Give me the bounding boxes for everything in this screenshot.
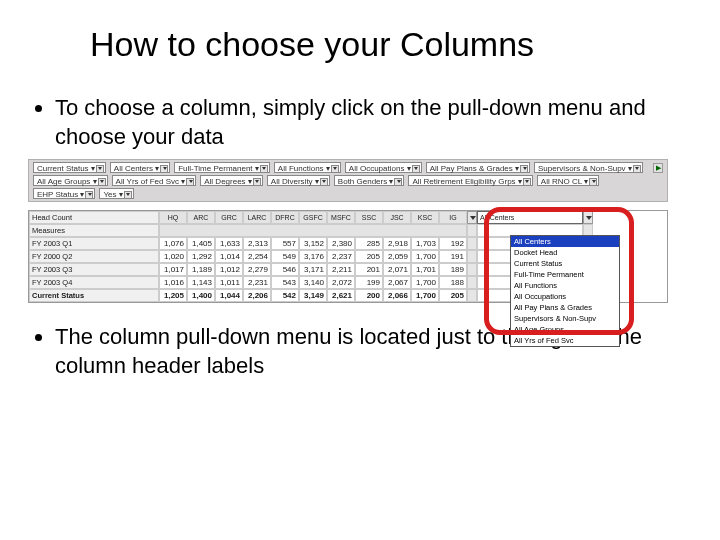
filter-drop[interactable]: All Yrs of Fed Svc ▾ [112,175,197,186]
spacer [467,289,477,302]
cell: 2,206 [243,289,271,302]
spacer [467,237,477,250]
menu-item[interactable]: Full-Time Permanent [511,269,619,280]
filter-drop[interactable]: Current Status ▾ [33,162,106,173]
cell: 543 [271,276,299,289]
cell: 1,012 [215,263,243,276]
menu-item[interactable]: All Pay Plans & Grades [511,302,619,313]
col-header: GRC [215,211,243,224]
filter-drop[interactable]: All RNO CL ▾ [537,175,599,186]
col-header: ARC [187,211,215,224]
cell: 188 [439,276,467,289]
menu-item-selected[interactable]: All Centers [511,236,619,247]
cell: 200 [355,289,383,302]
cell: 1,292 [187,250,215,263]
cell: 3,152 [299,237,327,250]
menu-item[interactable]: All Functions [511,280,619,291]
page-title: How to choose your Columns [90,25,690,64]
filter-drop[interactable]: All Functions ▾ [274,162,341,173]
menu-item[interactable]: All Yrs of Fed Svc [511,335,619,346]
menu-item[interactable]: All Occupations [511,291,619,302]
filter-drop[interactable]: Full-Time Permanent ▾ [174,162,270,173]
menu-item[interactable]: Current Status [511,258,619,269]
column-pulldown-open[interactable]: All Centers Docket Head Current Status F… [510,235,620,347]
cell: 1,701 [411,263,439,276]
filter-drop[interactable]: EHP Status ▾ [33,188,95,199]
cell: 1,700 [411,276,439,289]
filter-drop[interactable]: Supervisors & Non-Supv ▾ [534,162,643,173]
menu-item[interactable]: Supervisors & Non-Supv [511,313,619,324]
cell: 2,313 [243,237,271,250]
row-label-total: Current Status [29,289,159,302]
cell: 542 [271,289,299,302]
col-header: LARC [243,211,271,224]
column-pulldown-arrow[interactable] [583,211,593,224]
cell: 205 [355,250,383,263]
filter-drop[interactable]: All Degrees ▾ [200,175,263,186]
cell: 1,633 [215,237,243,250]
filter-drop[interactable]: Yes ▾ [99,188,133,199]
col-header: SSC [355,211,383,224]
spacer [467,250,477,263]
cell: 1,700 [411,250,439,263]
menu-item[interactable]: Docket Head [511,247,619,258]
cell: 2,918 [383,237,411,250]
cell: 2,380 [327,237,355,250]
filter-drop[interactable]: All Occupations ▾ [345,162,422,173]
col-header: IG [439,211,467,224]
cell: 2,279 [243,263,271,276]
row-selector[interactable]: Measures [29,224,159,237]
screenshot-embed: Current Status ▾ All Centers ▾ Full-Time… [28,159,668,303]
filter-drop[interactable]: All Diversity ▾ [267,175,330,186]
filter-drop[interactable]: All Retirement Eligibility Grps ▾ [408,175,532,186]
cell: 2,254 [243,250,271,263]
cell: 1,400 [187,289,215,302]
apply-icon[interactable]: ▶ [653,163,663,173]
row-label: FY 2000 Q2 [29,250,159,263]
filter-drop[interactable]: All Pay Plans & Grades ▾ [426,162,530,173]
filter-drop[interactable]: All Centers ▾ [110,162,170,173]
column-pulldown[interactable]: All Centers [477,211,583,224]
cell: 2,211 [327,263,355,276]
measure-dropdown[interactable]: Head Count [29,211,159,224]
cell: 1,076 [159,237,187,250]
cell: 1,143 [187,276,215,289]
column-pulldown-trigger[interactable] [467,211,477,224]
cell: 192 [439,237,467,250]
row-label: FY 2003 Q4 [29,276,159,289]
cell: 2,071 [383,263,411,276]
cell: 1,011 [215,276,243,289]
row-label: FY 2003 Q3 [29,263,159,276]
cell: 3,171 [299,263,327,276]
cell: 1,044 [215,289,243,302]
cell: 3,176 [299,250,327,263]
col-header: MSFC [327,211,355,224]
cell: 2,231 [243,276,271,289]
col-header: GSFC [299,211,327,224]
cell: 189 [439,263,467,276]
cell: 1,017 [159,263,187,276]
cell: 1,016 [159,276,187,289]
cell: 3,149 [299,289,327,302]
cell: 1,014 [215,250,243,263]
col-header: JSC [383,211,411,224]
cell: 285 [355,237,383,250]
cell: 2,621 [327,289,355,302]
cell: 557 [271,237,299,250]
filter-bar: Current Status ▾ All Centers ▾ Full-Time… [28,159,668,202]
cell: 2,237 [327,250,355,263]
cell: 546 [271,263,299,276]
cell: 1,205 [159,289,187,302]
cell: 1,405 [187,237,215,250]
spacer [467,263,477,276]
cell: 549 [271,250,299,263]
cell: 1,189 [187,263,215,276]
menu-item[interactable]: All Age Groups [511,324,619,335]
cell: 199 [355,276,383,289]
cell: 201 [355,263,383,276]
filter-drop[interactable]: Both Genders ▾ [334,175,405,186]
cell: 1,700 [411,289,439,302]
col-header: DFRC [271,211,299,224]
filter-drop[interactable]: All Age Groups ▾ [33,175,108,186]
cell: 2,072 [327,276,355,289]
